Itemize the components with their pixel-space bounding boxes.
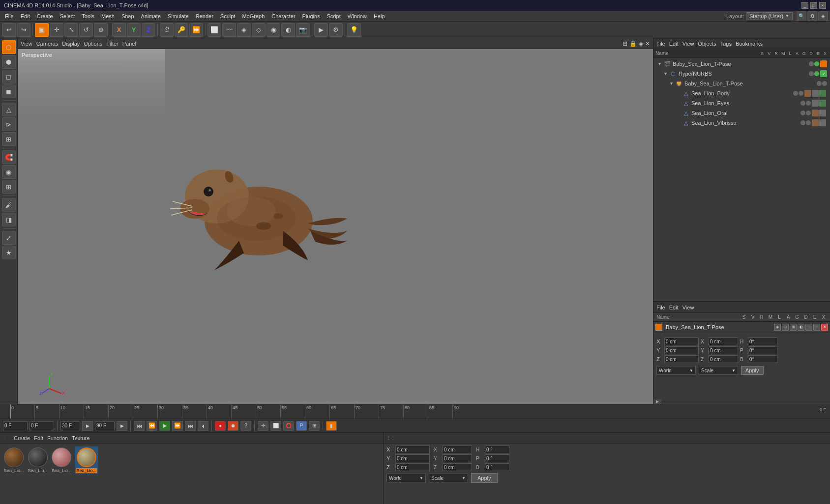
timeline-btn[interactable]: ⏱ [160,23,174,37]
attr-menu-view[interactable]: View [682,305,694,310]
vp-menu-panel[interactable]: Panel [122,41,136,47]
attr-icon-2[interactable]: □ [782,324,789,331]
close-button[interactable]: × [819,2,826,9]
tree-arrow-sealion[interactable]: ▼ [669,81,675,86]
mat-menu-edit[interactable]: Edit [34,435,43,441]
redo-button[interactable]: ↪ [17,23,30,37]
mat-menu-texture[interactable]: Texture [72,435,89,441]
menu-animate[interactable]: Animate [138,12,164,20]
layout-btn-2[interactable]: ⚙ [807,11,817,21]
light-btn[interactable]: 💡 [347,23,361,37]
tag-texture[interactable] [812,119,819,126]
3d-viewport[interactable]: Perspective [18,49,653,404]
menu-character[interactable]: Character [268,12,298,20]
nurbs-btn[interactable]: ◈ [237,23,251,37]
select-tool[interactable]: ▣ [35,23,49,37]
star-tool[interactable]: ★ [2,246,16,259]
mat-item-body2[interactable]: Sea_Lio... [27,447,49,474]
field-btn[interactable]: ◉ [267,23,280,37]
coord-y2-val[interactable]: 0 cm [709,346,738,354]
status-dot[interactable] [822,81,827,86]
mat-item-vibrissa[interactable]: Sea_Lio... [75,447,98,474]
menu-simulate[interactable]: Simulate [165,12,192,20]
status-dot[interactable] [800,101,805,106]
scale-tool[interactable]: ⤡ [64,23,78,37]
status-dot[interactable] [814,61,819,66]
grid-tool[interactable]: ⊞ [2,180,16,194]
render-settings-btn[interactable]: ⚙ [329,23,343,37]
coord2-p-input[interactable]: 0 ° [485,454,509,462]
tree-arrow-hypernurbs[interactable]: ▼ [663,71,669,76]
record-keyframe-button[interactable]: ⏺ [228,421,238,431]
right-edge-tab[interactable]: ▶ [653,399,661,404]
render-btn[interactable]: ▶ [314,23,328,37]
mode-joint[interactable]: ⊳ [2,117,16,131]
next-frame-button[interactable]: ⏩ [172,421,183,431]
play-button[interactable]: ▶ [159,421,170,431]
status-dot[interactable] [809,61,814,66]
layout-dropdown[interactable]: Startup (User) ▼ [746,12,793,20]
status-dot[interactable] [806,111,811,115]
camera-btn[interactable]: 📷 [296,23,310,37]
tree-item-root[interactable]: ▼ 🎬 Baby_Sea_Lion_T-Pose [653,59,830,69]
record-button[interactable]: ● [215,421,226,431]
status-dot[interactable] [809,71,814,76]
attr-menu-file[interactable]: File [656,305,665,310]
undo-button[interactable]: ↩ [2,23,16,37]
obj-menu-file[interactable]: File [656,41,665,47]
coord2-h-input[interactable]: 0 ° [485,446,509,453]
menu-render[interactable]: Render [193,12,216,20]
space-dropdown[interactable]: World ▼ [656,366,696,375]
current-frame-field[interactable]: 0 F [3,421,28,430]
attr-icon-3[interactable]: ⊞ [790,324,797,331]
tree-item-sealion-main[interactable]: ▼ 🦁 Baby_Sea_Lion_T-Pose [653,79,830,88]
end-frame-field[interactable]: 90 F [95,421,115,430]
menu-create[interactable]: Create [34,12,56,20]
status-dot[interactable] [800,111,805,115]
attr-icon-5[interactable]: → [805,324,812,331]
go-start-button[interactable]: ⏮ [134,421,145,431]
vp-menu-options[interactable]: Options [84,41,102,47]
tree-arrow-root[interactable]: ▼ [657,61,663,66]
menu-tools[interactable]: Tools [79,12,97,20]
obj-menu-view[interactable]: View [682,41,694,47]
attr-icon-1[interactable]: ◈ [774,324,781,331]
vp-menu-cameras[interactable]: Cameras [36,41,59,47]
x-axis-btn[interactable]: X [112,23,126,37]
mat-menu-function[interactable]: Function [47,435,68,441]
frame-indicator-btn[interactable]: ▮ [326,421,337,431]
status-dot[interactable] [793,91,798,96]
tag-uvw[interactable] [819,110,826,116]
tag-uvw[interactable] [812,90,819,97]
scale-icon-btn[interactable]: ⬜ [270,421,281,431]
frame-field-2[interactable]: 0 F [30,421,54,430]
go-end-button[interactable]: ⏭ [185,421,196,431]
coord-p-val[interactable]: 0° [748,346,777,354]
coord2-x2-input[interactable]: 0 cm [443,446,472,453]
coord2-x-input[interactable]: 0 cm [395,446,430,453]
transport-expand[interactable]: ▶ [82,421,93,431]
mode-polygon[interactable]: ◼ [2,84,16,98]
apply-button-2[interactable]: Apply [471,473,498,483]
snap-tool[interactable]: 🧲 [2,150,16,164]
status-dot[interactable] [800,120,805,125]
obj-menu-objects[interactable]: Objects [698,41,716,47]
tree-item-hypernurbs[interactable]: ▼ ⬡ HyperNURBS ✓ [653,69,830,79]
attr-icon-delete[interactable]: ✕ [821,324,828,331]
coord2-scale-dropdown[interactable]: Scale ▼ [429,474,468,482]
tree-item-eyes[interactable]: △ Sea_Lion_Eyes [653,98,830,108]
coord-z2-val[interactable]: 0 cm [709,355,738,363]
motion-settings-btn[interactable]: ⊞ [309,421,320,431]
z-axis-btn[interactable]: Z [142,23,155,37]
deformer-btn[interactable]: ◇ [252,23,266,37]
move-tool-2[interactable]: ✛ [258,421,268,431]
texture-tool[interactable]: ◨ [2,213,16,226]
paint-tool[interactable]: 🖌 [2,198,16,212]
help-button[interactable]: ? [240,421,251,431]
coord-b-val[interactable]: 0° [748,355,777,363]
coord2-y2-input[interactable]: 0 cm [443,454,472,462]
obj-menu-bookmarks[interactable]: Bookmarks [736,41,763,47]
attr-menu-edit[interactable]: Edit [669,305,679,310]
fps-field[interactable]: 30 F [60,421,80,430]
menu-edit[interactable]: Edit [18,12,33,20]
